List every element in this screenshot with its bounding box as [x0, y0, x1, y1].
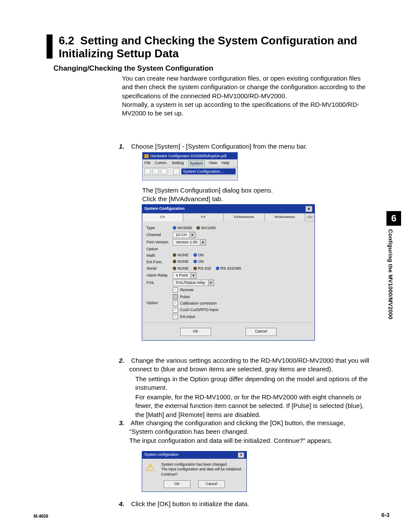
subheading: Changing/Checking the System Configurati… [53, 64, 213, 74]
section-heading: 6.2Setting and Checking the System Confi… [47, 34, 383, 60]
checkbox-calibration[interactable]: ✓Calibration correction [173, 301, 217, 306]
chevron-down-icon: ▼ [208, 280, 214, 286]
heading-bar-icon [47, 34, 53, 59]
statusbar [143, 175, 237, 180]
label-fail: FAIL [146, 279, 172, 286]
step-2-b: The settings in the Option group differ … [135, 375, 371, 392]
label-firmversion: Firm.Version [146, 239, 172, 246]
radio-dot-icon [216, 267, 219, 270]
step-4-number: 4. [119, 500, 129, 508]
heading-title: Setting and Checking the System Configur… [59, 34, 357, 60]
close-icon[interactable]: ✕ [305, 206, 312, 212]
dropdown-firmversion[interactable]: Version 1.00▼ [173, 239, 206, 246]
step-2-a: Change the various settings according to… [129, 357, 369, 373]
chevron-down-icon: ▼ [190, 273, 196, 278]
check-icon: ✓ [173, 314, 178, 319]
radio-dot-icon [173, 226, 176, 230]
check-icon: ✓ [173, 294, 178, 299]
step-3-a: After changing the configuration and cli… [129, 419, 345, 435]
radio-mv1000[interactable]: MV1000 [196, 225, 216, 230]
menu-setting[interactable]: Setting [172, 160, 184, 166]
after-sc1-b: Click the [MVAdvanced] tab. [142, 195, 366, 203]
radio-ext-none[interactable]: NONE [173, 259, 189, 264]
confirm-title: System configuration [144, 452, 178, 458]
radio-dot-icon [173, 260, 176, 263]
app-icon [144, 154, 149, 158]
open-icon[interactable] [153, 168, 159, 174]
menu-view[interactable]: View [209, 160, 217, 166]
cancel-button[interactable]: Cancel [198, 480, 225, 488]
dropdown-alarm[interactable]: 4 Point▼ [173, 272, 196, 279]
step-4-text: Click the [OK] button to initialize the … [131, 500, 249, 507]
chevron-down-icon: ▼ [200, 240, 206, 245]
cut-icon[interactable] [173, 168, 180, 174]
arrow-left-icon: ◁ [307, 215, 309, 220]
step-1: 1. Choose [System] - [System Configurati… [129, 142, 371, 151]
menu-system[interactable]: System [188, 160, 205, 166]
ok-button[interactable]: OK [180, 328, 211, 336]
confirm-message: System configuration has been changed. T… [161, 462, 242, 477]
chevron-down-icon: ▼ [190, 232, 195, 238]
footer-left: M-4659 [34, 513, 48, 520]
radio-math-none[interactable]: NONE [173, 252, 189, 258]
radio-dot-icon [193, 267, 197, 270]
label-extfunc: Ext.Func. [146, 258, 172, 265]
menu-comm[interactable]: Comm. [155, 160, 168, 166]
warning-icon [146, 462, 157, 473]
checkbox-remote[interactable]: ✓Remote [173, 287, 194, 292]
label-option2: Option [146, 300, 172, 306]
footer-right: 6-3 [381, 511, 389, 519]
checkbox-cu10[interactable]: ✓Cu10 Cu25/RTD input [173, 307, 218, 312]
heading-text: 6.2Setting and Checking the System Confi… [59, 34, 377, 60]
step-1-text: Choose [System] - [System Configuration]… [131, 143, 307, 150]
tab-fx[interactable]: FX [183, 213, 224, 221]
tab-mvadvanced[interactable]: MVAdvanced [265, 213, 305, 221]
radio-serial-232[interactable]: RS-232 [193, 266, 212, 271]
step-4: 4. Click the [OK] button to initialize t… [129, 500, 371, 508]
check-icon: ✓ [173, 301, 178, 306]
chapter-title: Configuring the MV1000/MV2000 [386, 229, 394, 320]
label-type: Type [146, 225, 172, 231]
check-icon: ✓ [173, 308, 178, 313]
dropdown-channel[interactable]: 10 CH▼ [173, 232, 196, 238]
ok-button[interactable]: OK [164, 480, 190, 488]
close-icon[interactable]: ✕ [238, 452, 244, 458]
radio-ext-on[interactable]: ON [193, 259, 204, 264]
new-icon[interactable] [144, 168, 151, 174]
confirm-titlebar: System configuration ✕ [142, 451, 246, 459]
intro-paragraph: You can create new hardware configuratio… [122, 74, 372, 118]
radio-serial-422[interactable]: RS-422/485 [216, 266, 241, 271]
step-3-b: The input configuration and data will be… [129, 436, 371, 445]
dropdown-fail[interactable]: FAIL/Status relay▼ [173, 280, 214, 286]
arrow-right-icon: ▷ [310, 215, 313, 220]
step-2-number: 2. [119, 356, 129, 365]
tab-cx[interactable]: CX [142, 213, 183, 221]
radio-math-on[interactable]: ON [193, 252, 204, 258]
step-3: 3. After changing the configuration and … [129, 419, 371, 445]
checkbox-extinput[interactable]: ✓Ext.input [173, 314, 195, 319]
menu-file[interactable]: File [144, 160, 151, 166]
chapter-number: 6 [386, 211, 401, 226]
radio-dot-icon [193, 253, 197, 257]
label-channel: Channel [146, 231, 172, 239]
app-titlebar: Hardware Configurator DX2000fulloption.p… [143, 152, 237, 159]
radio-dot-icon [173, 267, 176, 270]
cancel-button[interactable]: Cancel [246, 328, 277, 336]
radio-serial-none[interactable]: NONE [173, 266, 189, 271]
side-chapter-tab: 6 Configuring the MV1000/MV2000 [386, 211, 401, 320]
label-option: Option [146, 246, 172, 252]
save-icon[interactable] [161, 168, 167, 174]
app-title: Hardware Configurator DX2000fulloption.p… [150, 153, 227, 159]
menu-help[interactable]: Help [221, 160, 230, 166]
screenshot-confirm-dialog: System configuration ✕ System configurat… [142, 451, 247, 492]
heading-number: 6.2 [59, 34, 74, 47]
tab-dxadvanced[interactable]: DXAdvanced [224, 213, 265, 221]
radio-mv2000[interactable]: MV2000 [173, 225, 192, 230]
label-math: Math [146, 252, 172, 258]
checkbox-pulse[interactable]: ✓Pulse [173, 294, 190, 299]
tab-nav-arrows[interactable]: ◁▷ [305, 213, 314, 221]
step-3-number: 3. [119, 419, 129, 427]
step-1-number: 1. [119, 142, 129, 151]
system-configuration-menuitem[interactable]: System Configuration… [181, 168, 236, 174]
radio-dot-icon [173, 253, 176, 257]
